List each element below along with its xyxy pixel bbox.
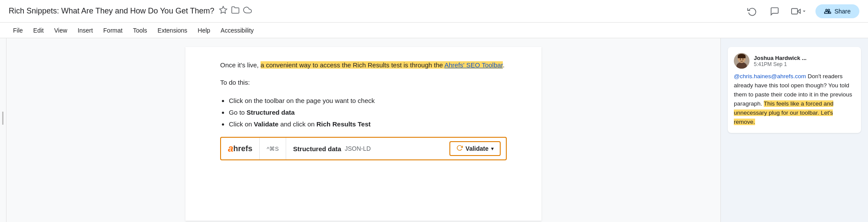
list-item-2: Go to Structured data — [229, 106, 507, 118]
share-button[interactable]: Share — [815, 4, 859, 18]
document-page: Once it's live, a convenient way to acce… — [185, 47, 541, 221]
menu-file[interactable]: File — [9, 25, 27, 36]
history-button[interactable] — [744, 3, 760, 19]
title-left: Rich Snippets: What Are They and How Do … — [9, 6, 252, 17]
menu-bar: File Edit View Insert Format Tools Exten… — [0, 23, 868, 38]
menu-edit[interactable]: Edit — [29, 25, 48, 36]
comment-time: 5:41PM Sep 1 — [754, 61, 806, 67]
menu-insert[interactable]: Insert — [73, 25, 97, 36]
paragraph-1: Once it's live, a convenient way to acce… — [220, 60, 507, 70]
validate-dropdown-arrow[interactable]: ▾ — [491, 146, 494, 152]
document-area: Once it's live, a convenient way to acce… — [7, 38, 720, 222]
list-item-1: Click on the toolbar on the page you wan… — [229, 95, 507, 106]
right-sidebar: Joshua Hardwick ... 5:41PM Sep 1 @chris.… — [720, 38, 868, 222]
svg-marker-1 — [797, 9, 800, 13]
plugin-structured-data: Structured data JSON-LD — [286, 138, 378, 159]
title-bar: Rich Snippets: What Are They and How Do … — [0, 0, 868, 23]
menu-tools[interactable]: Tools — [129, 25, 152, 36]
paragraph-2: To do this: — [220, 77, 507, 88]
svg-point-9 — [743, 59, 744, 60]
meet-button[interactable] — [789, 3, 809, 19]
list-item-3: Click on Validate and click on Rich Resu… — [229, 118, 507, 130]
avatar-image — [734, 53, 749, 69]
validate-icon — [456, 145, 463, 152]
svg-marker-0 — [219, 7, 227, 13]
svg-rect-7 — [738, 56, 746, 58]
title-icons — [219, 6, 252, 17]
comment-button[interactable] — [767, 3, 782, 19]
main-area: Once it's live, a convenient way to acce… — [0, 38, 868, 222]
plugin-shortcut: ^⌘S — [260, 138, 286, 159]
comment-author-info: Joshua Hardwick ... 5:41PM Sep 1 — [754, 55, 806, 67]
avatar — [734, 53, 749, 69]
comment-author-name: Joshua Hardwick ... — [754, 55, 806, 61]
plugin-type: JSON-LD — [345, 145, 371, 152]
menu-extensions[interactable]: Extensions — [153, 25, 191, 36]
document-title: Rich Snippets: What Are They and How Do … — [9, 7, 215, 16]
menu-accessibility[interactable]: Accessibility — [216, 25, 258, 36]
paragraph-1-suffix: . — [503, 61, 505, 69]
plugin-bar: ahrefs ^⌘S Structured data JSON-LD — [220, 137, 507, 160]
validate-button[interactable]: Validate ▾ — [449, 141, 501, 156]
comment-body: @chris.haines@ahrefs.com Don't readers a… — [734, 72, 855, 127]
cloud-icon[interactable] — [243, 6, 252, 17]
left-margin — [0, 38, 7, 222]
folder-icon[interactable] — [231, 6, 240, 17]
svg-rect-2 — [792, 8, 798, 14]
ahrefs-logo: ahrefs — [221, 138, 260, 159]
menu-help[interactable]: Help — [193, 25, 215, 36]
comment-card: Joshua Hardwick ... 5:41PM Sep 1 @chris.… — [728, 47, 861, 133]
share-label: Share — [835, 8, 851, 15]
page-break-indicator — [2, 112, 4, 125]
star-icon[interactable] — [219, 6, 228, 17]
title-right: Share — [744, 3, 859, 19]
validate-label: Validate — [465, 145, 488, 152]
ahrefs-seo-toolbar-link[interactable]: Ahrefs' SEO Toolbar — [444, 61, 502, 69]
menu-view[interactable]: View — [50, 25, 72, 36]
svg-point-8 — [740, 59, 741, 60]
bullet-list: Click on the toolbar on the page you wan… — [229, 95, 507, 130]
comment-email: @chris.haines@ahrefs.com — [734, 73, 806, 80]
menu-format[interactable]: Format — [99, 25, 127, 36]
comment-header: Joshua Hardwick ... 5:41PM Sep 1 — [734, 53, 855, 69]
paragraph-1-highlight: a convenient way to access the Rich Resu… — [261, 61, 445, 69]
paragraph-1-prefix: Once it's live, — [220, 61, 261, 69]
